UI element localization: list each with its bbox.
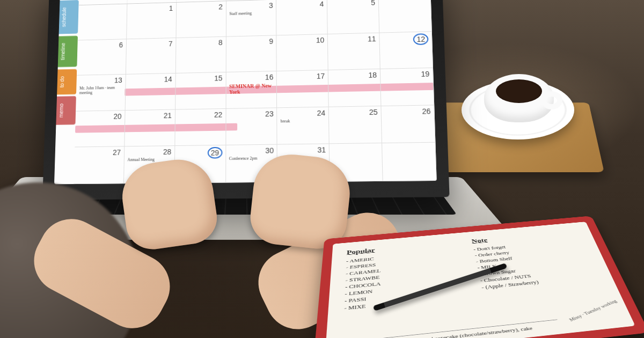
calendar-cell[interactable]: 14 xyxy=(125,74,175,111)
day-number: 19 xyxy=(421,70,429,78)
calendar-cell[interactable]: 23 xyxy=(226,108,277,145)
day-number: 23 xyxy=(265,109,273,118)
day-number: 4 xyxy=(320,0,324,8)
calendar-cell[interactable]: 19 xyxy=(380,68,434,106)
day-number: 31 xyxy=(317,146,326,155)
calendar-cell[interactable]: 11 xyxy=(328,33,380,70)
day-number: 17 xyxy=(317,72,325,80)
laptop: schedule timeline to do memo SUNDAYMONDA… xyxy=(42,0,450,200)
day-number: 12 xyxy=(413,33,428,45)
calendar-cell[interactable]: 1 xyxy=(127,3,177,39)
notes-column-1: Popular AMERICESPRESSCARAMELSTRAWBECHOCO… xyxy=(343,240,474,338)
day-number: 18 xyxy=(368,71,377,79)
day-number: 15 xyxy=(214,74,222,83)
day-number: 10 xyxy=(316,36,325,45)
calendar-cell[interactable]: 8 xyxy=(175,36,226,74)
calendar-cell[interactable]: 25 xyxy=(329,106,382,144)
day-number: 26 xyxy=(422,107,430,115)
calendar-cell[interactable]: 27 xyxy=(74,147,125,184)
calendar-cell[interactable]: 21 xyxy=(125,109,175,146)
day-note: SEMINAR @ New York xyxy=(229,83,273,95)
day-note: Staff meeting xyxy=(229,11,273,16)
calendar-cell[interactable]: 2 xyxy=(176,1,226,38)
laptop-screen: schedule timeline to do memo SUNDAYMONDA… xyxy=(54,0,437,184)
day-note: Mr. John 10am · team meeting xyxy=(79,86,122,95)
day-number: 24 xyxy=(317,109,325,117)
day-note: break xyxy=(281,119,326,124)
day-number: 28 xyxy=(163,148,171,156)
calendar-cell[interactable]: 7 xyxy=(126,38,177,75)
calendar-cell[interactable]: 16SEMINAR @ New York xyxy=(226,71,277,109)
day-number: 1 xyxy=(169,4,173,12)
calendar-cell[interactable]: 15 xyxy=(175,72,226,109)
calendar-cell[interactable]: 6 xyxy=(77,39,127,76)
calendar-cell[interactable]: 26 xyxy=(382,105,436,143)
calendar-cell[interactable]: 5 xyxy=(327,0,379,34)
calendar-grid: 123Staff meeting45678910111213Mr. John 1… xyxy=(74,0,436,184)
day-number: 14 xyxy=(164,75,172,83)
day-number: 6 xyxy=(119,41,123,49)
day-number: 13 xyxy=(114,76,122,84)
day-number: 3 xyxy=(269,2,273,10)
day-number: 29 xyxy=(208,147,222,159)
notepad-paper: Popular AMERICESPRESSCARAMELSTRAWBECHOCO… xyxy=(325,222,635,338)
tab-memo[interactable]: memo xyxy=(56,96,76,124)
calendar-cell[interactable]: 12 xyxy=(379,32,433,69)
calendar-cell[interactable]: 4 xyxy=(276,0,328,35)
calendar-cell[interactable]: 17 xyxy=(277,70,329,108)
day-number: 7 xyxy=(169,40,173,48)
day-number: 9 xyxy=(269,37,273,45)
calendar-cell[interactable] xyxy=(78,4,127,40)
tab-todo[interactable]: to do xyxy=(57,69,77,94)
day-number: 30 xyxy=(265,146,274,155)
day-number: 27 xyxy=(113,149,121,157)
day-number: 21 xyxy=(164,111,172,120)
calendar-cell[interactable]: 22 xyxy=(175,109,226,146)
day-note: Conference 2pm xyxy=(229,157,274,162)
day-number: 2 xyxy=(218,3,223,11)
notes-column-2: Note Don't forgetOrder cherryBottom Shel… xyxy=(471,229,616,331)
tab-schedule[interactable]: schedule xyxy=(59,0,79,34)
calendar-cell[interactable]: 13Mr. John 10am · team meeting xyxy=(76,75,126,112)
day-number: 5 xyxy=(371,0,375,6)
calendar-cell[interactable]: 9 xyxy=(226,35,277,72)
day-number: 22 xyxy=(214,111,222,119)
calendar: SUNDAYMONDAYTUESDAYWEDNESDAYTHURSDAYFRID… xyxy=(74,0,436,184)
calendar-cell[interactable]: 18 xyxy=(328,69,382,107)
day-number: 8 xyxy=(218,38,223,46)
calendar-cell[interactable] xyxy=(379,0,432,33)
day-number: 20 xyxy=(113,112,121,121)
calendar-cell[interactable]: 10 xyxy=(277,34,328,72)
day-number: 25 xyxy=(369,108,378,116)
day-number: 11 xyxy=(368,34,376,43)
cup-handle xyxy=(541,91,562,109)
calendar-cell[interactable]: 20 xyxy=(75,111,125,148)
tab-timeline[interactable]: timeline xyxy=(58,35,78,67)
day-number: 16 xyxy=(265,73,273,82)
calendar-cell[interactable] xyxy=(382,143,437,181)
calendar-cell[interactable]: 24break xyxy=(277,107,330,144)
calendar-cell[interactable]: 3Staff meeting xyxy=(226,0,276,36)
